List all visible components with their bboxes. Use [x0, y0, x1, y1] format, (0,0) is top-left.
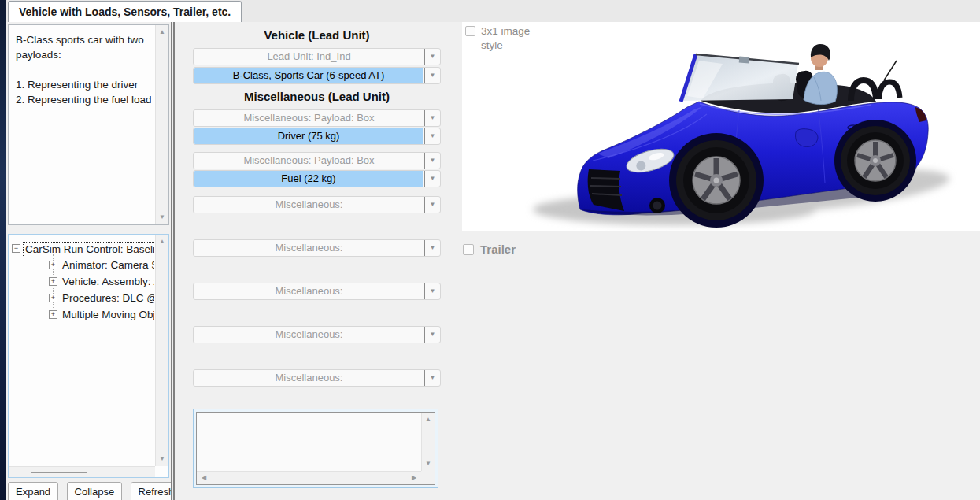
- image-style-checkbox[interactable]: [465, 26, 475, 36]
- image-style-label: style: [481, 39, 503, 51]
- scrollbar-corner: [421, 471, 435, 484]
- field-value: Miscellaneous:: [194, 370, 424, 386]
- field-value: Miscellaneous: Payload: Box: [194, 110, 424, 126]
- tree-expand-icon[interactable]: +: [49, 277, 57, 286]
- field-misc1-driver[interactable]: Driver (75 kg) ▼: [193, 128, 441, 145]
- scroll-up-icon[interactable]: ▲: [156, 235, 168, 248]
- field-misc7[interactable]: Miscellaneous: ▼: [193, 369, 441, 387]
- field-value: Miscellaneous:: [194, 327, 424, 343]
- memo-scrollbar-vertical[interactable]: ▲ ▼: [421, 413, 435, 471]
- field-value: Miscellaneous:: [194, 283, 424, 299]
- field-lead-unit[interactable]: Lead Unit: Ind_Ind ▼: [193, 48, 441, 65]
- field-misc1-category[interactable]: Miscellaneous: Payload: Box ▼: [193, 109, 441, 127]
- notes-panel[interactable]: B-Class sports car with two payloads: 1.…: [8, 24, 169, 225]
- scroll-up-icon[interactable]: ▲: [422, 413, 435, 426]
- field-misc4[interactable]: Miscellaneous: ▼: [193, 239, 441, 257]
- note-line: B-Class sports car with two: [16, 32, 151, 47]
- run-control-tree-panel[interactable]: − CarSim Run Control: Baseli + Animator:…: [8, 234, 169, 478]
- notes-scrollbar[interactable]: ▲ ▼: [155, 25, 168, 224]
- field-value: Miscellaneous:: [194, 240, 424, 256]
- dropdown-arrow-icon[interactable]: ▼: [425, 327, 440, 343]
- collapse-button[interactable]: Collapse: [67, 482, 123, 500]
- note-line: 1. Representing the driver: [16, 77, 151, 92]
- scroll-down-icon[interactable]: ▼: [156, 453, 168, 465]
- trailer-checkbox[interactable]: [463, 244, 474, 255]
- memo-textarea[interactable]: ▲ ▼ ◀ ▶: [196, 412, 435, 485]
- field-value: B-Class, Sports Car (6-speed AT): [194, 68, 423, 83]
- tab-strip: Vehicle with Loads, Sensors, Trailer, et…: [6, 0, 980, 22]
- note-line: [16, 62, 151, 77]
- tree-collapse-icon[interactable]: −: [12, 244, 20, 253]
- tree-expand-icon[interactable]: +: [49, 261, 57, 269]
- tab-vehicle-screen[interactable]: Vehicle with Loads, Sensors, Trailer, et…: [8, 1, 242, 22]
- tree-scrollbar-horizontal[interactable]: [9, 466, 155, 477]
- tree-scrollbar-vertical[interactable]: ▲ ▼: [155, 235, 168, 466]
- dropdown-arrow-icon[interactable]: ▼: [425, 197, 440, 213]
- dropdown-arrow-icon[interactable]: ▼: [425, 110, 440, 126]
- notes-text: B-Class sports car with two payloads: 1.…: [16, 32, 151, 107]
- tree-root-label[interactable]: CarSim Run Control: Baseli: [23, 242, 154, 257]
- refresh-button[interactable]: Refresh: [131, 482, 172, 500]
- image-style-label: 3x1 image: [481, 25, 530, 37]
- tree-expand-icon[interactable]: +: [49, 310, 57, 319]
- dropdown-arrow-icon[interactable]: ▼: [425, 128, 440, 144]
- scroll-left-icon[interactable]: ◀: [198, 472, 209, 484]
- scroll-up-icon[interactable]: ▲: [156, 26, 168, 39]
- tree-buttons-row: Expand Collapse Refresh Reset: [8, 482, 172, 500]
- note-line: payloads:: [16, 47, 151, 62]
- memo-scrollbar-horizontal[interactable]: ◀ ▶: [197, 471, 421, 484]
- dropdown-arrow-icon[interactable]: ▼: [425, 171, 440, 187]
- dropdown-arrow-icon[interactable]: ▼: [425, 370, 440, 386]
- scrollbar-thumb[interactable]: [31, 472, 87, 473]
- field-vehicle-dataset[interactable]: B-Class, Sports Car (6-speed AT) ▼: [193, 67, 441, 84]
- field-misc6[interactable]: Miscellaneous: ▼: [193, 326, 441, 343]
- field-value: Miscellaneous: Payload: Box: [194, 153, 424, 169]
- scroll-down-icon[interactable]: ▼: [156, 211, 168, 224]
- field-value: Miscellaneous:: [194, 197, 424, 213]
- column-splitter[interactable]: [171, 22, 175, 500]
- field-value: Lead Unit: Ind_Ind: [194, 49, 424, 65]
- trailer-label: Trailer: [480, 243, 516, 256]
- tree-item-label[interactable]: Procedures: DLC @ 120: [61, 291, 154, 306]
- tree-item-label[interactable]: Multiple Moving Objects: [61, 308, 154, 322]
- field-value: Fuel (22 kg): [194, 171, 423, 187]
- tree-item-label[interactable]: Vehicle: Assembly: xin: [61, 275, 154, 289]
- misc-section-heading: Miscellaneous (Lead Unit): [193, 90, 441, 106]
- memo-box-focus-frame: ▲ ▼ ◀ ▶: [193, 409, 438, 488]
- field-misc3[interactable]: Miscellaneous: ▼: [193, 196, 441, 213]
- dropdown-arrow-icon[interactable]: ▼: [425, 283, 440, 299]
- dropdown-arrow-icon[interactable]: ▼: [425, 49, 440, 65]
- field-misc2-category[interactable]: Miscellaneous: Payload: Box ▼: [193, 152, 441, 169]
- scroll-down-icon[interactable]: ▼: [422, 457, 435, 470]
- expand-button[interactable]: Expand: [8, 482, 58, 500]
- tree-content: − CarSim Run Control: Baseli + Animator:…: [9, 239, 154, 465]
- field-misc2-fuel[interactable]: Fuel (22 kg) ▼: [193, 170, 441, 187]
- scroll-right-icon[interactable]: ▶: [409, 472, 420, 484]
- dropdown-arrow-icon[interactable]: ▼: [425, 153, 440, 169]
- field-value: Driver (75 kg): [194, 128, 423, 144]
- vehicle-section-heading: Vehicle (Lead Unit): [193, 28, 441, 44]
- vehicle-image-panel: 3x1 image style: [462, 22, 980, 231]
- vehicle-image: [462, 22, 980, 231]
- note-line: 2. Representing the fuel load: [16, 92, 151, 107]
- desktop-background-strip: [0, 0, 6, 500]
- field-misc5[interactable]: Miscellaneous: ▼: [193, 283, 441, 300]
- tree-item-label[interactable]: Animator: Camera Setup: [61, 258, 154, 272]
- dropdown-arrow-icon[interactable]: ▼: [425, 68, 440, 83]
- dropdown-arrow-icon[interactable]: ▼: [425, 240, 440, 256]
- tree-expand-icon[interactable]: +: [49, 294, 57, 302]
